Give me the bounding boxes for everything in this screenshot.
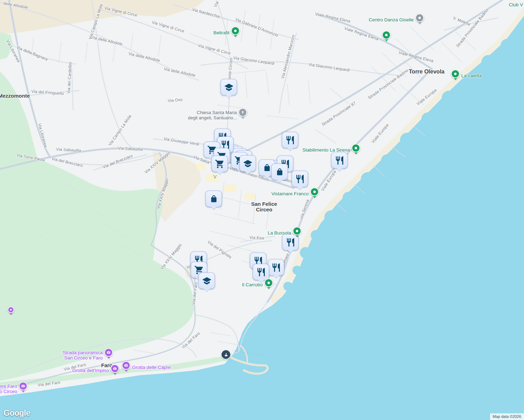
town-label-line: Circeo	[256, 206, 273, 212]
poi-pin-green[interactable]	[352, 144, 360, 156]
street-label: Via XXIV Maggio	[144, 150, 171, 174]
poi-pin-green[interactable]	[264, 279, 273, 291]
street-label: Via Vigne di Circe	[104, 6, 138, 17]
town-label: Torre Olevola	[409, 69, 444, 75]
pin-dot	[8, 307, 14, 313]
pin-dot	[239, 108, 247, 117]
restaurant-icon	[256, 267, 266, 277]
camera-icon	[112, 366, 118, 371]
poi-label-line: Beltrafit	[213, 30, 229, 35]
poi-pin-church-glyph[interactable]	[239, 108, 247, 120]
street-label: Via del Fringuello	[31, 89, 64, 96]
school-icon	[224, 82, 234, 92]
harbor-icon[interactable]	[221, 350, 231, 360]
pill-tail	[203, 285, 210, 292]
poi-pin-green[interactable]	[231, 27, 240, 39]
poi-label-line: Grotta delle Capre	[132, 365, 171, 370]
poi-label[interactable]: Strada panoramicaSan Circeo e Faro	[63, 350, 103, 360]
poi-label[interactable]: La Bussola	[268, 230, 291, 236]
restaurant-pill[interactable]	[253, 264, 269, 280]
poi-label[interactable]: ere Faroo Circeo	[0, 384, 17, 394]
restaurant-pill[interactable]	[282, 132, 298, 148]
street-label: Via del Pignolo	[207, 240, 233, 259]
restaurant-icon	[285, 135, 295, 145]
street-label: Via Vigne di Circe	[198, 43, 231, 56]
pin-dot	[111, 364, 119, 373]
pin-dot	[231, 27, 240, 35]
poi-label-line: Chiesa Santa Maria	[197, 110, 237, 115]
poi-label[interactable]: Centro Danza Giselle	[369, 17, 414, 22]
school-pill[interactable]	[221, 79, 237, 96]
poi-label-line: Centro Danza Giselle	[369, 17, 414, 22]
street-label: Via XXIV Maggio	[159, 243, 182, 271]
street-label: Via Campo La Mola	[88, 4, 103, 40]
street-label: Via Gabriele D'Annunzio	[235, 17, 279, 37]
street-label: Via Alessandro Manzoni	[281, 34, 296, 79]
poi-label-line: La caletta	[461, 73, 482, 78]
street-label: Viale Europa	[416, 88, 437, 106]
restaurant-pill[interactable]	[268, 259, 284, 276]
shopping-bag-icon	[209, 194, 219, 204]
street-label: Via Sabaudia	[118, 146, 143, 152]
street-label: Viale Europa	[320, 169, 337, 192]
poi-pin-green[interactable]	[382, 31, 391, 43]
street-label: Via Giacomo Leopardi	[233, 56, 275, 65]
street-label: Via delle Allodole	[164, 67, 196, 78]
poi-label-line: San Circeo e Faro	[64, 355, 103, 360]
street-label: Strada Provinciale Badino	[367, 68, 409, 100]
school-pill[interactable]	[199, 273, 215, 289]
poi-label-line: La Bussola	[268, 230, 291, 236]
camera-icon	[124, 363, 129, 368]
poi-pin-green[interactable]	[293, 227, 302, 239]
pill-tail	[225, 92, 232, 99]
poi-label[interactable]: Club V	[509, 2, 523, 7]
school-pill[interactable]	[240, 155, 256, 172]
pin-dot	[382, 31, 391, 40]
poi-label-line: Stabilimento La Sirena	[302, 147, 350, 153]
boat-icon	[223, 352, 229, 357]
poi-label[interactable]: La caletta	[461, 73, 482, 78]
poi-label-line: Club V	[509, 2, 523, 7]
poi-pin-green[interactable]	[310, 188, 319, 200]
pin-dot	[310, 188, 319, 196]
street-label: Via Sabaudia	[56, 147, 81, 153]
poi-label-line: ere Faro	[0, 384, 17, 389]
street-label: Via delle Allodole	[128, 51, 160, 63]
poi-pin-gray[interactable]	[415, 14, 424, 26]
poi-label[interactable]: Chiesa Santa Mariadegli angeli, Santuari…	[188, 110, 237, 120]
street-label: Viale Regina Elena	[398, 50, 434, 63]
poi-label[interactable]: Grotta delle Capre	[132, 365, 171, 370]
poi-pin-purple-mini[interactable]	[8, 307, 14, 317]
google-logo[interactable]: Google	[4, 408, 30, 418]
shopping-bag-pill[interactable]	[271, 164, 288, 180]
pin-dot	[19, 382, 28, 391]
street-label: Via Giuseppe Verdi	[163, 136, 199, 146]
poi-label[interactable]: Beltrafit	[213, 30, 229, 35]
map-viewport[interactable]: delle AllodoleVia delle AllodoleVia dell…	[0, 0, 524, 420]
shopping-bag-icon	[262, 163, 272, 173]
poi-label[interactable]: Vistamare Franco	[271, 191, 309, 196]
supermarket-pill[interactable]	[212, 156, 228, 172]
street-label: Via Giacomo Leopardi	[308, 62, 350, 72]
poi-pin-purple-camera[interactable]	[111, 364, 119, 377]
poi-pin-green[interactable]	[451, 70, 460, 82]
poi-pin-purple-camera[interactable]	[104, 348, 113, 360]
poi-pin-purple-camera[interactable]	[19, 382, 28, 394]
street-label: Via Vigne di Circe	[151, 20, 185, 33]
street-label: Via Eea	[249, 235, 264, 240]
pin-dot	[352, 144, 360, 153]
restaurant-pill[interactable]	[292, 171, 308, 187]
poi-pin-purple-camera[interactable]	[122, 361, 131, 373]
school-icon	[202, 276, 212, 286]
restaurant-pill[interactable]	[331, 152, 348, 169]
poi-label[interactable]: Stabilimento La Sirena	[302, 147, 350, 153]
street-label: Via del Faro	[191, 282, 198, 305]
pill-tail	[273, 272, 280, 279]
street-label: Viale Regina Elena	[344, 26, 379, 41]
poi-label[interactable]: Grotta dell'Impiso	[72, 368, 109, 373]
pill-tail	[336, 165, 343, 172]
shopping-bag-pill[interactable]	[206, 191, 222, 207]
poi-label-line: Vistamare Franco	[271, 191, 309, 196]
poi-label-line: Strada panoramica	[63, 350, 103, 355]
poi-label[interactable]: Il Carrubo	[242, 282, 263, 287]
